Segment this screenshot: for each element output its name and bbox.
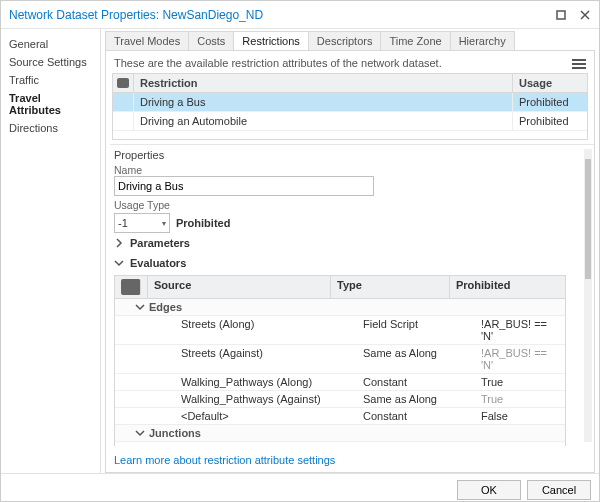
chevron-right-icon [114, 238, 124, 248]
dialog-body: General Source Settings Traffic Travel A… [1, 29, 599, 473]
evaluator-row[interactable]: Walking_Pathways (Along)ConstantTrue [115, 374, 565, 391]
restriction-usage: Prohibited [513, 112, 587, 130]
sidebar-item-general[interactable]: General [1, 35, 100, 53]
evaluator-group-junctions[interactable]: Junctions [115, 425, 565, 442]
sidebar-item-travel-attributes[interactable]: Travel Attributes [1, 89, 100, 119]
evaluator-row[interactable]: Streets (Along)Field Script!AR_BUS! == '… [115, 316, 565, 345]
window-title: Network Dataset Properties: NewSanDiego_… [9, 8, 263, 22]
sidebar-item-directions[interactable]: Directions [1, 119, 100, 137]
vertical-scrollbar[interactable] [584, 149, 592, 442]
evaluators-expander[interactable]: Evaluators [114, 253, 580, 273]
restriction-name: Driving an Automobile [134, 112, 513, 130]
close-icon[interactable] [579, 9, 591, 21]
restriction-usage: Prohibited [513, 93, 587, 111]
title-bar: Network Dataset Properties: NewSanDiego_… [1, 1, 599, 29]
cancel-button[interactable]: Cancel [527, 480, 591, 500]
restrictions-table: Restriction Usage Driving a Bus Prohibit… [112, 73, 588, 140]
description-text: These are the available restriction attr… [114, 57, 442, 69]
options-menu-icon[interactable] [572, 57, 586, 69]
chevron-down-icon [114, 258, 124, 268]
sidebar-item-source-settings[interactable]: Source Settings [1, 53, 100, 71]
window-buttons [555, 9, 591, 21]
svg-rect-0 [557, 11, 565, 19]
tab-hierarchy[interactable]: Hierarchy [450, 31, 515, 50]
sidebar-item-traffic[interactable]: Traffic [1, 71, 100, 89]
tab-time-zone[interactable]: Time Zone [380, 31, 450, 50]
tab-descriptors[interactable]: Descriptors [308, 31, 382, 50]
evaluator-row[interactable]: <Default>ConstantFalse [115, 408, 565, 425]
evaluators-header: Source Type Prohibited [115, 276, 565, 299]
evaluators-label: Evaluators [130, 257, 186, 269]
col-type[interactable]: Type [331, 276, 450, 298]
restriction-name: Driving a Bus [134, 93, 513, 111]
col-usage[interactable]: Usage [513, 74, 587, 92]
parameters-label: Parameters [130, 237, 190, 249]
restriction-row[interactable]: Driving a Bus Prohibited [113, 93, 587, 112]
learn-more-link[interactable]: Learn more about restriction attribute s… [106, 448, 594, 472]
evaluator-group-edges[interactable]: Edges [115, 299, 565, 316]
name-input[interactable] [114, 176, 374, 196]
properties-pane: Properties Name Usage Type -1 ▾ Prohibit… [110, 144, 594, 446]
properties-heading: Properties [114, 149, 580, 161]
tab-bar: Travel Modes Costs Restrictions Descript… [105, 31, 595, 51]
ok-button[interactable]: OK [457, 480, 521, 500]
comment-icon [117, 78, 129, 88]
tab-content: These are the available restriction attr… [105, 51, 595, 473]
usage-type-text: Prohibited [176, 217, 230, 229]
usage-type-label: Usage Type [114, 199, 580, 211]
chevron-down-icon [135, 302, 145, 312]
main-panel: Travel Modes Costs Restrictions Descript… [101, 29, 599, 473]
evaluator-row[interactable]: Streets (Against)Same as Along!AR_BUS! =… [115, 345, 565, 374]
usage-type-value: -1 [118, 217, 128, 229]
col-prohibited[interactable]: Prohibited [450, 276, 565, 298]
chevron-down-icon [135, 428, 145, 438]
comment-icon [121, 279, 141, 295]
name-label: Name [114, 164, 580, 176]
col-restriction[interactable]: Restriction [134, 74, 513, 92]
col-source[interactable]: Source [148, 276, 331, 298]
maximize-icon[interactable] [555, 9, 567, 21]
restriction-row[interactable]: Driving an Automobile Prohibited [113, 112, 587, 131]
restrictions-header: Restriction Usage [113, 74, 587, 93]
parameters-expander[interactable]: Parameters [114, 233, 580, 253]
dialog-footer: OK Cancel [1, 473, 599, 501]
tab-travel-modes[interactable]: Travel Modes [105, 31, 189, 50]
evaluator-row[interactable]: NewSanDiego_ND_JunctionsSame as DefaultF… [115, 442, 565, 446]
usage-type-select[interactable]: -1 ▾ [114, 213, 170, 233]
tab-costs[interactable]: Costs [188, 31, 234, 50]
tab-restrictions[interactable]: Restrictions [233, 31, 308, 50]
evaluator-row[interactable]: Walking_Pathways (Against)Same as AlongT… [115, 391, 565, 408]
category-sidebar: General Source Settings Traffic Travel A… [1, 29, 101, 473]
evaluators-table: Source Type Prohibited Edges Streets (Al… [114, 275, 566, 446]
scrollbar-thumb[interactable] [585, 159, 591, 279]
chevron-down-icon: ▾ [162, 219, 166, 228]
dialog-window: Network Dataset Properties: NewSanDiego_… [0, 0, 600, 502]
